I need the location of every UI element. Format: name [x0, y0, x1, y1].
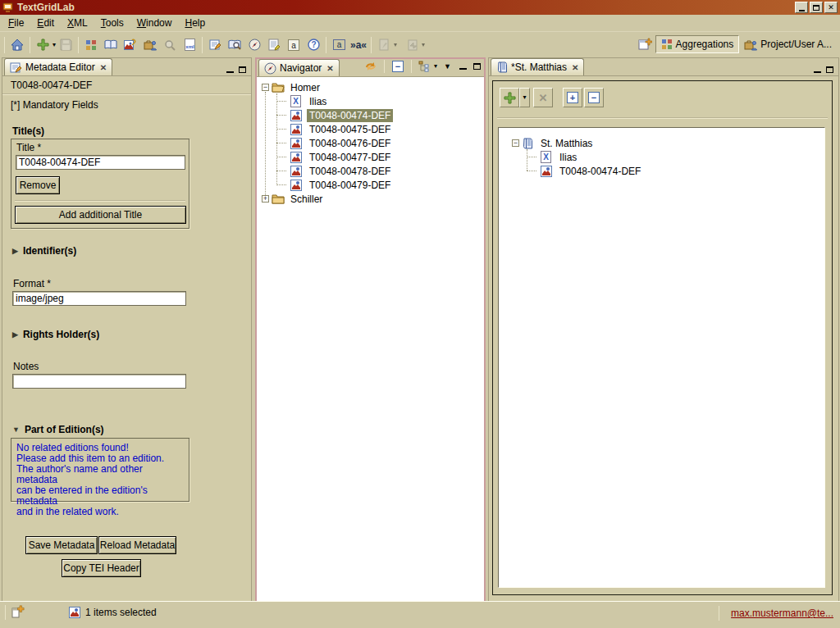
tree-row-t0048-00477[interactable]: T0048-00477-DEF — [257, 150, 484, 164]
window-minimize-button[interactable] — [795, 2, 808, 13]
tree-collapse-icon[interactable]: − — [262, 84, 269, 91]
tree-row-t0048-00474[interactable]: T0048-00474-DEF — [257, 108, 484, 122]
tree-label[interactable]: Ilias — [307, 95, 329, 108]
tree-row-t0048-00474[interactable]: T0048-00474-DEF — [499, 164, 824, 178]
search-results-button[interactable] — [225, 35, 244, 55]
metadata-editor-button[interactable] — [205, 35, 225, 55]
tab-metadata-editor[interactable]: Metadata Editor ✕ — [4, 58, 112, 75]
dictionary-button[interactable] — [101, 35, 121, 55]
user-account-link[interactable]: max.mustermann@te... — [731, 608, 833, 619]
toolbar-separator — [411, 60, 412, 73]
tab-close-icon[interactable]: ✕ — [100, 63, 107, 72]
save-button[interactable] — [56, 35, 75, 55]
text-editor-button[interactable] — [264, 35, 284, 55]
section-expanded-icon[interactable]: ▼ — [12, 425, 20, 434]
panel-minimize-icon[interactable] — [226, 71, 234, 73]
section-collapsed-icon[interactable]: ▶ — [12, 247, 18, 255]
expand-all-button[interactable]: + — [563, 88, 582, 107]
unicode-tool-button[interactable]: a — [284, 35, 304, 55]
tree-label[interactable]: T0048-00474-DEF — [557, 165, 643, 178]
add-entry-button[interactable] — [500, 88, 519, 107]
tab-st-matthias[interactable]: *St. Matthias ✕ — [491, 58, 584, 75]
menu-xml[interactable]: XML — [61, 16, 94, 30]
tree-row-schiller[interactable]: + Schiller — [257, 192, 484, 206]
tree-mode-button[interactable] — [416, 58, 432, 75]
home-button[interactable] — [7, 35, 27, 55]
tab-close-icon[interactable]: ✕ — [572, 63, 578, 72]
tree-collapse-icon[interactable]: − — [512, 139, 519, 147]
project-user-button[interactable] — [140, 35, 160, 55]
new-object-button[interactable] — [33, 35, 52, 55]
menu-tools[interactable]: Tools — [94, 16, 130, 30]
image-link-button[interactable] — [121, 35, 140, 55]
panel-maximize-icon[interactable] — [826, 66, 833, 73]
navigator-button[interactable] — [244, 35, 264, 55]
tree-mode-dropdown[interactable]: ▾ — [434, 63, 437, 70]
menu-file[interactable]: File — [2, 16, 30, 30]
tree-expand-icon[interactable]: + — [262, 195, 269, 203]
perspective-aggregations[interactable]: Aggregations — [655, 35, 740, 53]
fast-view-icon[interactable] — [11, 605, 25, 620]
tree-label[interactable]: T0048-00479-DEF — [307, 179, 393, 192]
tree-label[interactable]: St. Matthias — [538, 137, 595, 150]
title-input[interactable] — [16, 155, 185, 170]
tree-row-ilias[interactable]: X Ilias — [257, 94, 484, 108]
tree-row-homer[interactable]: − Homer — [257, 80, 484, 94]
window-restore-button[interactable] — [810, 2, 823, 13]
add-additional-title-button[interactable]: Add additional Title — [15, 206, 186, 224]
collapse-all-button[interactable]: − — [584, 88, 604, 107]
panel-maximize-icon[interactable] — [239, 66, 246, 73]
identifiers-heading[interactable]: ▶ Identifier(s) — [12, 245, 76, 257]
tree-row-t0048-00479[interactable]: T0048-00479-DEF — [257, 178, 484, 192]
help-button[interactable]: ? — [304, 35, 323, 55]
tab-close-icon[interactable]: ✕ — [326, 64, 333, 73]
tree-label[interactable]: T0048-00477-DEF — [307, 151, 393, 164]
delete-entry-button[interactable]: ✕ — [533, 88, 553, 107]
reload-metadata-button[interactable]: Reload Metadata — [98, 536, 176, 554]
tree-row-t0048-00476[interactable]: T0048-00476-DEF — [257, 136, 484, 150]
tree-row-t0048-00475[interactable]: T0048-00475-DEF — [257, 122, 484, 136]
aggregations-view-button[interactable] — [81, 35, 101, 55]
panel-maximize-icon[interactable] — [473, 63, 481, 70]
tree-label[interactable]: Ilias — [557, 151, 579, 164]
menu-help[interactable]: Help — [178, 16, 212, 30]
open-perspective-button[interactable] — [636, 34, 655, 54]
menu-window[interactable]: Window — [130, 16, 179, 30]
view-menu-icon[interactable]: ▼ — [444, 62, 451, 71]
run-last-tool-dropdown[interactable]: ▾ — [394, 42, 397, 48]
tree-label[interactable]: Schiller — [288, 193, 325, 206]
notes-input[interactable] — [12, 374, 186, 389]
tree-row-ilias[interactable]: X Ilias — [499, 150, 824, 164]
abbrev-button[interactable]: »a« — [349, 35, 368, 55]
nav-history-button[interactable] — [402, 35, 422, 55]
xml-editor-button[interactable]: xml — [180, 35, 199, 55]
search-button[interactable] — [160, 35, 180, 55]
tab-navigator[interactable]: Navigator ✕ — [258, 59, 340, 76]
nav-history-dropdown[interactable]: ▾ — [422, 42, 425, 48]
panel-minimize-icon[interactable] — [459, 68, 467, 70]
boxed-a-button[interactable]: a — [329, 35, 349, 55]
window-close-button[interactable]: ✕ — [824, 2, 838, 13]
add-entry-dropdown[interactable]: ▾ — [519, 88, 530, 107]
section-collapsed-icon[interactable]: ▶ — [12, 330, 18, 339]
menu-edit[interactable]: Edit — [30, 16, 61, 30]
run-last-tool-button[interactable] — [374, 35, 394, 55]
copy-tei-header-button[interactable]: Copy TEI Header — [62, 559, 141, 577]
format-input[interactable] — [12, 291, 186, 306]
remove-title-button[interactable]: Remove — [16, 176, 60, 194]
refresh-button[interactable] — [362, 58, 380, 75]
tree-row-t0048-00478[interactable]: T0048-00478-DEF — [257, 164, 484, 178]
tree-label[interactable]: T0048-00476-DEF — [307, 137, 393, 150]
tree-label[interactable]: Homer — [288, 81, 322, 94]
collapse-all-button[interactable]: − — [389, 58, 407, 75]
rights-holders-heading[interactable]: ▶ Rights Holder(s) — [12, 329, 99, 340]
part-of-editions-heading[interactable]: ▼ Part of Edition(s) — [12, 424, 104, 435]
tree-label[interactable]: T0048-00478-DEF — [307, 165, 393, 178]
tree-row-st-matthias[interactable]: − St. Matthias — [499, 136, 824, 150]
panel-minimize-icon[interactable] — [814, 71, 821, 73]
save-metadata-button[interactable]: Save Metadata — [25, 536, 98, 554]
small-a-icon: a — [288, 39, 299, 51]
tree-label[interactable]: T0048-00475-DEF — [307, 123, 393, 136]
tree-label-selected[interactable]: T0048-00474-DEF — [307, 109, 393, 122]
perspective-project-user[interactable]: Project/User A... — [739, 36, 837, 53]
